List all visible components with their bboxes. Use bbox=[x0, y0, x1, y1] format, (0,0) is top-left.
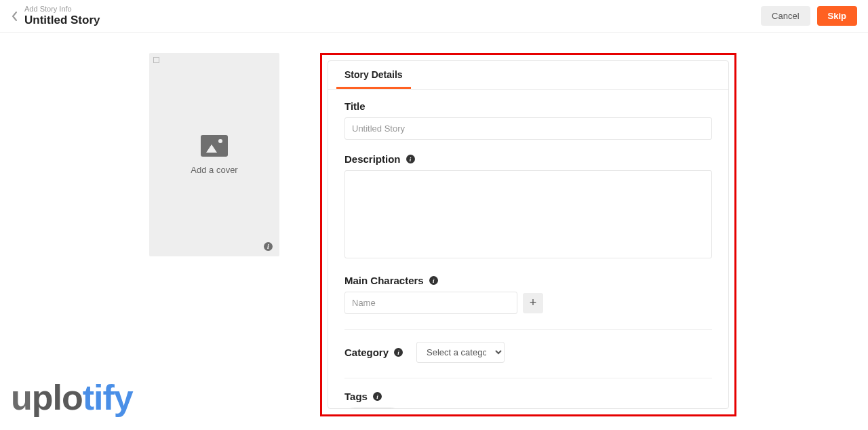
main-characters-label: Main Characters bbox=[344, 275, 424, 286]
category-select[interactable]: Select a category bbox=[416, 342, 505, 363]
add-cover-label: Add a cover bbox=[191, 165, 237, 175]
tab-story-details[interactable]: Story Details bbox=[336, 61, 411, 89]
info-icon[interactable]: i bbox=[429, 276, 438, 285]
info-icon[interactable]: i bbox=[264, 242, 273, 251]
description-input[interactable] bbox=[344, 170, 712, 258]
add-character-button[interactable]: + bbox=[523, 293, 543, 313]
watermark-logo: uplotify bbox=[11, 377, 133, 418]
back-button[interactable] bbox=[11, 11, 18, 22]
tags-label: Tags bbox=[344, 391, 368, 402]
info-icon[interactable]: i bbox=[373, 392, 382, 401]
divider bbox=[344, 329, 712, 330]
image-placeholder-icon bbox=[201, 135, 228, 157]
title-label: Title bbox=[344, 100, 712, 112]
cancel-button[interactable]: Cancel bbox=[761, 6, 810, 26]
story-details-highlight-box: Story Details Title Description i Mai bbox=[320, 53, 736, 416]
divider bbox=[344, 378, 712, 378]
add-tag-button[interactable]: Add a tag + bbox=[344, 408, 401, 408]
info-icon[interactable]: i bbox=[394, 348, 403, 357]
info-icon[interactable]: i bbox=[406, 155, 415, 163]
title-input[interactable] bbox=[344, 117, 712, 140]
category-label: Category bbox=[344, 347, 389, 358]
cover-corner-handle bbox=[153, 57, 159, 63]
plus-icon: + bbox=[530, 296, 537, 310]
description-label: Description bbox=[344, 153, 401, 165]
skip-button[interactable]: Skip bbox=[817, 6, 857, 26]
character-name-input[interactable] bbox=[344, 292, 517, 314]
add-cover-panel[interactable]: Add a cover i bbox=[149, 53, 279, 256]
breadcrumb: Add Story Info bbox=[24, 5, 100, 14]
page-title: Untitled Story bbox=[24, 14, 100, 27]
